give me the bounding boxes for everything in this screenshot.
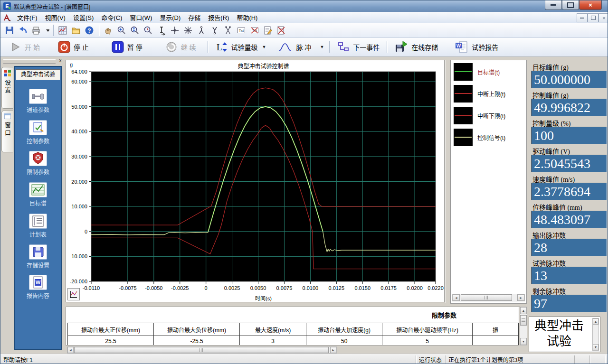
print-icon [31, 25, 41, 36]
control-icon [31, 121, 45, 134]
open-button[interactable] [70, 24, 82, 37]
table-vscrollbar-thumb[interactable] [520, 315, 527, 326]
menu-item-8[interactable]: 报告(R) [204, 11, 233, 23]
sidebar-item-target-spectrum[interactable]: 目标谱 [15, 182, 61, 207]
sidebar-item-control-params[interactable]: 控制参数 [15, 120, 61, 145]
next-event-button[interactable]: 下一事件 [332, 39, 384, 55]
svg-text:0.0125: 0.0125 [328, 285, 344, 291]
resume-button[interactable]: 继 续 [161, 39, 201, 55]
menu-item-3[interactable]: 设置(S) [69, 11, 97, 23]
undo-button[interactable] [17, 24, 29, 37]
mdi-restore-button[interactable] [588, 13, 598, 22]
scroll-right-icon[interactable]: ► [330, 347, 336, 353]
table-value-cell: 3 [240, 336, 306, 346]
svg-text:0: 0 [205, 285, 208, 291]
spectrum-tool-button[interactable] [67, 288, 80, 300]
save-button[interactable] [3, 24, 16, 37]
window-icon [4, 113, 11, 119]
project-name-text: 典型冲击试验 [531, 318, 587, 349]
menu-item-2[interactable]: 视图(V) [41, 11, 69, 23]
edit-annotation-button[interactable] [262, 24, 274, 37]
table-value-cell: 5 [382, 336, 473, 346]
add-text-label-button[interactable]: Txt [235, 24, 247, 37]
test-level-dropdown[interactable]: L 试验量级▼ [211, 39, 271, 55]
add-cross-marker-button[interactable] [169, 24, 181, 37]
mdi-minimize-button[interactable] [577, 13, 588, 22]
pause-icon [112, 41, 124, 53]
add-valley-marker-button[interactable] [209, 24, 221, 37]
sidebar-item-limit-params[interactable]: 限制参数 [15, 151, 61, 176]
mdi-close-button[interactable]: × [598, 13, 608, 22]
chart-settings-button[interactable] [57, 24, 69, 37]
scroll-up-icon[interactable]: ▲ [593, 318, 598, 325]
zoom-in-button[interactable] [115, 24, 128, 37]
restore-button[interactable] [562, 0, 579, 10]
next-event-icon [337, 41, 350, 53]
title-bar[interactable]: E 默认典型冲击试验 - [谱图窗口] [0, 0, 608, 12]
status-cell-1 [575, 355, 590, 364]
zoom-vertical-button[interactable] [129, 24, 141, 37]
vertical-splitter[interactable] [446, 60, 450, 304]
legend-item-3[interactable]: 中断下限(t) [454, 107, 505, 124]
pulse-arrow-button[interactable]: ▼ [316, 39, 327, 55]
stop-button[interactable]: 停 止 [53, 39, 94, 55]
delete-marker-button[interactable] [222, 24, 234, 37]
tab-settings[interactable]: 设置 [1, 67, 13, 109]
legend-item-1[interactable]: 目标谱(t) [454, 63, 500, 81]
dock-grip[interactable]: x [1, 58, 64, 64]
legend-item-2[interactable]: 中断上限(t) [454, 85, 505, 103]
zoom-time-button[interactable] [142, 24, 154, 37]
channel-icon [31, 90, 45, 103]
pulse-dropdown[interactable]: 脉 冲 [274, 39, 316, 55]
test-report-button[interactable]: W 试验报告 [450, 39, 503, 55]
menu-item-7[interactable]: 存储 [184, 11, 204, 23]
svg-text:0.0100: 0.0100 [303, 285, 319, 291]
bottom-hscrollbar[interactable]: ◄ ► [67, 346, 337, 354]
sidebar-item-storage-settings[interactable]: 存储设置 [15, 244, 61, 269]
print-button[interactable] [30, 24, 42, 37]
scroll-down-icon[interactable]: ▼ [593, 344, 598, 350]
close-button[interactable]: × [579, 0, 602, 10]
cursor-measure-button[interactable] [155, 24, 168, 37]
pan-button[interactable] [102, 24, 114, 37]
add-star-marker-button[interactable] [182, 24, 194, 37]
online-store-button[interactable]: 在线存储 [390, 39, 443, 55]
help-button[interactable]: ? [83, 24, 95, 37]
scroll-left-icon[interactable]: ◄ [453, 294, 460, 301]
pause-button[interactable]: 暂 停 [107, 39, 147, 55]
metric-value: 2.5045543 [531, 155, 607, 172]
sidebar-item-report-content[interactable]: W 报告内容 [15, 275, 61, 299]
mini-spectrum-icon [69, 290, 78, 299]
print-dropdown-button[interactable] [43, 24, 50, 37]
menu-item-1[interactable]: 文件(F) [13, 11, 41, 23]
bottom-hscrollbar-thumb[interactable] [74, 347, 329, 353]
test-type-tab[interactable]: 典型冲击试验 [16, 69, 60, 80]
legend-hscrollbar-thumb[interactable] [461, 294, 512, 301]
zoom-time-icon [143, 25, 153, 36]
table-vscrollbar[interactable]: ▲ ▼ [520, 307, 527, 345]
minimize-icon [551, 4, 556, 6]
scroll-up-icon[interactable]: ▲ [520, 307, 527, 314]
start-button[interactable]: 开 始 [4, 39, 45, 55]
project-box-vscrollbar[interactable]: ▲ ▼ [592, 318, 599, 351]
tab-window[interactable]: 窗口 [1, 111, 13, 152]
minimize-button[interactable] [545, 0, 562, 10]
scroll-left-icon[interactable]: ◄ [67, 347, 74, 353]
legend-item-4[interactable]: 控制信号(t) [454, 129, 505, 146]
add-peak-marker-button[interactable] [195, 24, 208, 37]
svg-text:-0.0050: -0.0050 [145, 285, 162, 291]
menu-item-6[interactable]: 显示(D) [156, 11, 184, 23]
dock-close-icon[interactable]: x [57, 58, 63, 64]
chart-plot[interactable]: -0.0110-0.0075-0.0050-0.002500.00250.005… [66, 60, 445, 303]
menu-item-9[interactable]: 帮助(H) [233, 11, 261, 23]
sidebar-item-channel-params[interactable]: 通道参数 [15, 89, 61, 113]
scroll-right-icon[interactable]: ► [517, 294, 524, 301]
menu-item-5[interactable]: 窗口(W) [126, 11, 156, 23]
delete-annotation-button[interactable] [275, 24, 287, 37]
svg-text:50.000: 50.000 [71, 104, 87, 110]
legend-hscrollbar[interactable]: ◄ ► [452, 294, 525, 301]
scroll-down-icon[interactable]: ▼ [520, 338, 527, 345]
sidebar-item-schedule[interactable]: 计划表 [15, 214, 61, 238]
menu-item-4[interactable]: 命令(C) [97, 11, 126, 23]
delete-text-label-button[interactable]: Txt [248, 24, 261, 37]
